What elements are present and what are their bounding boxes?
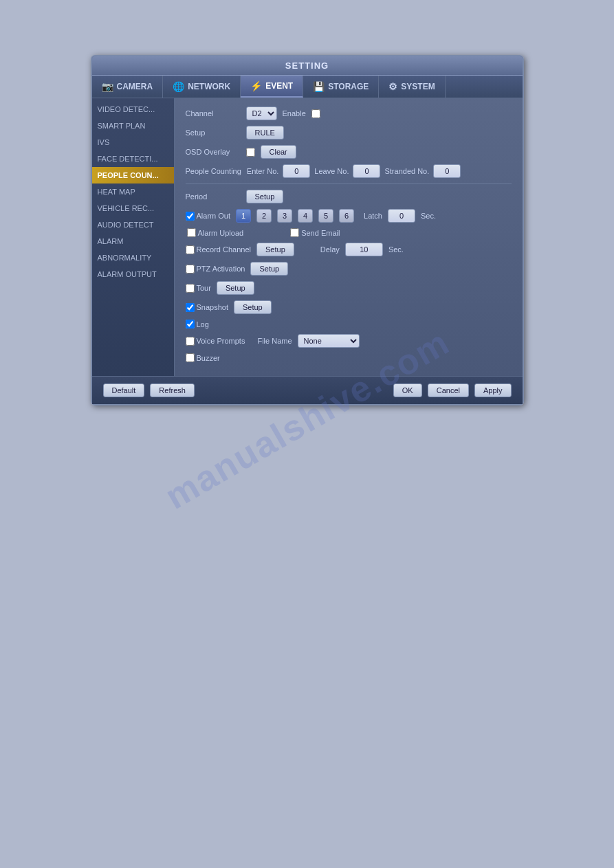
channel-select[interactable]: D2 D1 D3	[246, 107, 277, 120]
rule-button[interactable]: RULE	[246, 126, 284, 140]
file-name-label: File Name	[257, 337, 292, 345]
osd-overlay-label: OSD Overlay	[186, 148, 241, 156]
alarm-upload-wrapper: Alarm Upload	[187, 228, 244, 237]
voice-prompts-wrapper: Voice Prompts	[186, 337, 245, 346]
camera-icon: 📷	[102, 81, 113, 92]
sidebar-item-abnormality[interactable]: ABNORMALITY	[92, 249, 174, 266]
tour-setup-button[interactable]: Setup	[217, 281, 254, 295]
default-button[interactable]: Default	[103, 383, 145, 397]
snapshot-setup-button[interactable]: Setup	[234, 300, 272, 314]
tab-storage-label: STORAGE	[328, 82, 369, 91]
osd-overlay-row: OSD Overlay Clear	[186, 145, 512, 159]
alarm-out-checkbox-wrapper: Alarm Out	[186, 212, 231, 221]
delay-label: Delay	[320, 245, 340, 254]
osd-overlay-checkbox[interactable]	[246, 148, 255, 157]
alarm-btn-4[interactable]: 4	[298, 209, 313, 223]
alarm-upload-checkbox[interactable]	[187, 228, 196, 237]
send-email-label: Send Email	[301, 229, 340, 237]
ptz-activation-row: PTZ Activation Setup	[186, 262, 512, 276]
refresh-button[interactable]: Refresh	[150, 383, 195, 397]
ok-button[interactable]: OK	[393, 383, 422, 397]
log-checkbox[interactable]	[186, 320, 195, 329]
alarm-btn-3[interactable]: 3	[277, 209, 292, 223]
bottom-buttons: Default Refresh OK Cancel Apply	[92, 376, 523, 404]
period-setup-button[interactable]: Setup	[246, 190, 284, 203]
tour-label: Tour	[197, 284, 211, 292]
send-email-wrapper: Send Email	[290, 228, 340, 237]
tab-network[interactable]: 🌐 NETWORK	[163, 76, 241, 98]
ptz-activation-checkbox[interactable]	[186, 265, 195, 274]
voice-prompts-checkbox[interactable]	[186, 337, 195, 346]
tab-system-label: SYSTEM	[401, 82, 435, 91]
alarm-out-checkbox[interactable]	[186, 212, 195, 221]
delay-input[interactable]	[345, 243, 383, 256]
sidebar-item-alarm[interactable]: ALARM	[92, 233, 174, 249]
tab-bar: 📷 CAMERA 🌐 NETWORK ⚡ EVENT 💾 STORAGE ⚙	[92, 76, 523, 98]
tour-checkbox[interactable]	[186, 284, 195, 293]
main-content: Channel D2 D1 D3 Enable Setup RULE	[175, 98, 523, 376]
enable-checkbox[interactable]	[311, 109, 320, 118]
enter-no-input[interactable]	[283, 164, 310, 178]
sidebar-item-alarm-output[interactable]: ALARM OUTPUT	[92, 266, 174, 282]
ptz-activation-wrapper: PTZ Activation	[186, 265, 245, 274]
leave-no-input[interactable]	[353, 164, 380, 178]
tab-event[interactable]: ⚡ EVENT	[241, 76, 303, 98]
snapshot-checkbox[interactable]	[186, 303, 195, 312]
buzzer-checkbox[interactable]	[186, 353, 195, 362]
record-channel-row: Record Channel Setup Delay Sec.	[186, 243, 512, 256]
sidebar-item-vehicle-rec[interactable]: VEHICLE REC...	[92, 200, 174, 216]
sidebar-item-heat-map[interactable]: HEAT MAP	[92, 183, 174, 200]
tab-network-label: NETWORK	[188, 82, 230, 91]
sidebar-item-face-detecti[interactable]: FACE DETECTI...	[92, 151, 174, 167]
divider	[186, 183, 512, 184]
period-label: Period	[186, 192, 241, 201]
people-counting-label: People Counting	[186, 167, 241, 175]
network-icon: 🌐	[173, 81, 184, 92]
alarm-btn-2[interactable]: 2	[256, 209, 272, 223]
people-counting-inputs: Enter No. Leave No. Stranded No.	[247, 164, 461, 178]
sec-label-latch: Sec.	[421, 212, 436, 220]
snapshot-row: Snapshot Setup	[186, 300, 512, 314]
people-counting-row: People Counting Enter No. Leave No. Stra…	[186, 164, 512, 178]
file-name-select[interactable]: None	[298, 334, 360, 348]
alarm-btn-5[interactable]: 5	[318, 209, 333, 223]
clear-button[interactable]: Clear	[261, 145, 296, 159]
record-channel-checkbox[interactable]	[186, 245, 195, 254]
apply-button[interactable]: Apply	[474, 383, 512, 397]
latch-label: Latch	[364, 212, 382, 220]
setup-row: Setup RULE	[186, 126, 512, 140]
tab-camera-label: CAMERA	[117, 82, 153, 91]
setup-label: Setup	[186, 129, 241, 137]
sidebar-item-people-coun[interactable]: PEOPLE COUN...	[92, 167, 174, 183]
stranded-no-input[interactable]	[433, 164, 461, 178]
sidebar-item-smart-plan[interactable]: SMART PLAN	[92, 118, 174, 134]
settings-dialog: SETTING 📷 CAMERA 🌐 NETWORK ⚡ EVENT 💾	[91, 55, 524, 405]
alarm-upload-label: Alarm Upload	[198, 229, 244, 237]
cancel-button[interactable]: Cancel	[428, 383, 469, 397]
event-icon: ⚡	[250, 80, 262, 91]
sidebar-item-audio-detect[interactable]: AUDIO DETECT	[92, 216, 174, 233]
system-icon: ⚙	[388, 81, 397, 92]
alarm-btn-1[interactable]: 1	[236, 209, 251, 223]
latch-input[interactable]	[388, 209, 415, 223]
bottom-left-buttons: Default Refresh	[103, 383, 195, 397]
ptz-setup-button[interactable]: Setup	[250, 262, 288, 276]
sidebar-item-video-detec[interactable]: VIDEO DETEC...	[92, 101, 174, 118]
channel-label: Channel	[186, 109, 241, 118]
channel-row: Channel D2 D1 D3 Enable	[186, 107, 512, 120]
tab-event-label: EVENT	[265, 81, 293, 91]
log-row: Log	[186, 320, 512, 329]
record-channel-label: Record Channel	[197, 245, 252, 254]
stranded-no-label: Stranded No.	[384, 167, 429, 175]
tab-camera[interactable]: 📷 CAMERA	[92, 76, 164, 98]
log-wrapper: Log	[186, 320, 209, 329]
enable-label: Enable	[283, 109, 306, 118]
alarm-btn-6[interactable]: 6	[339, 209, 354, 223]
tab-storage[interactable]: 💾 STORAGE	[303, 76, 379, 98]
alarm-upload-row: Alarm Upload Send Email	[186, 228, 512, 237]
tab-system[interactable]: ⚙ SYSTEM	[379, 76, 445, 98]
sidebar-item-ivs[interactable]: IVS	[92, 134, 174, 151]
dialog-title: SETTING	[285, 60, 329, 71]
record-channel-setup-button[interactable]: Setup	[256, 243, 294, 256]
send-email-checkbox[interactable]	[290, 228, 299, 237]
